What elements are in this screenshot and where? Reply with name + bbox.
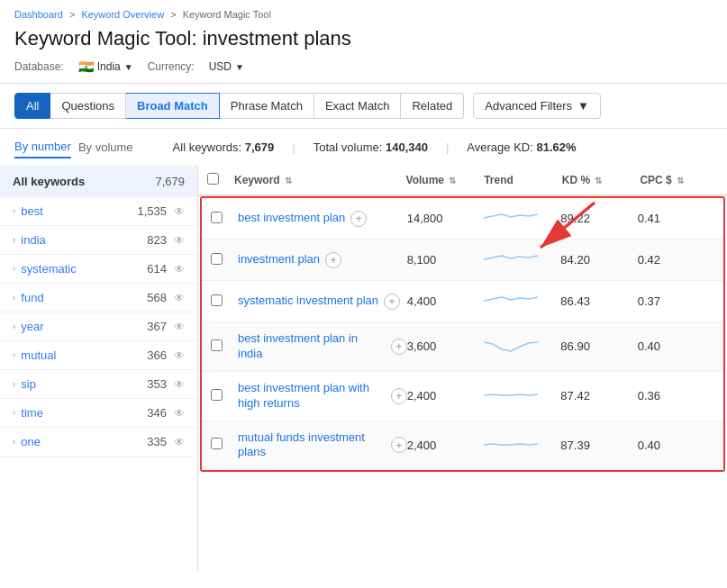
advanced-filters[interactable]: Advanced Filters ▼ — [473, 93, 601, 119]
row-volume-4: 2,400 — [407, 389, 484, 403]
stats-bar: By number By volume All keywords: 7,679 … — [0, 129, 727, 166]
keyword-link-0[interactable]: best investment plan — [238, 211, 345, 226]
add-keyword-btn-5[interactable]: + — [391, 437, 407, 453]
sidebar-item-time[interactable]: › time 346 👁 — [0, 399, 197, 428]
keyword-link-3[interactable]: best investment plan in india — [238, 331, 386, 362]
keyword-link-5[interactable]: mutual funds investment plans — [238, 430, 386, 461]
keyword-sort-icon[interactable]: ⇅ — [285, 176, 292, 185]
advanced-filters-label: Advanced Filters — [485, 99, 572, 113]
keyword-link-4[interactable]: best investment plan with high returns — [238, 381, 386, 412]
row-cpc-0: 0.41 — [638, 212, 714, 225]
filter-broad-match[interactable]: Broad Match — [126, 93, 220, 119]
breadcrumb-current: Keyword Magic Tool — [183, 9, 271, 20]
row-check-input[interactable] — [211, 438, 223, 449]
database-label: Database: — [14, 60, 64, 73]
row-checkbox-4[interactable] — [211, 389, 238, 403]
breadcrumb-keyword-overview[interactable]: Keyword Overview — [81, 9, 164, 20]
row-keyword-1: investment plan + — [238, 252, 407, 268]
sidebar-item-india[interactable]: › india 823 👁 — [0, 226, 197, 255]
sidebar-item-eye-icon[interactable]: 👁 — [174, 205, 185, 218]
filter-bar: All Questions Broad Match Phrase Match E… — [0, 84, 727, 129]
filter-exact-match[interactable]: Exact Match — [314, 93, 402, 119]
row-volume-5: 2,400 — [407, 439, 484, 452]
filter-questions[interactable]: Questions — [50, 93, 126, 119]
sidebar-item-eye-icon[interactable]: 👁 — [174, 407, 185, 420]
sidebar-item-eye-icon[interactable]: 👁 — [174, 292, 185, 304]
sidebar-item-eye-icon[interactable]: 👁 — [174, 436, 185, 448]
sidebar-item-eye-icon[interactable]: 👁 — [174, 349, 185, 362]
sidebar-item-label: systematic — [21, 262, 147, 276]
kd-sort-icon[interactable]: ⇅ — [595, 176, 602, 185]
page-title-query: investment plans — [203, 27, 351, 50]
sidebar-header: All keywords 7,679 — [0, 166, 197, 197]
row-checkbox-0[interactable] — [211, 212, 238, 226]
row-kd-0: 89.22 — [560, 212, 637, 225]
row-checkbox-5[interactable] — [211, 438, 238, 452]
sidebar-item-count: 1,535 — [137, 204, 167, 218]
page-title-static: Keyword Magic Tool: — [14, 27, 203, 50]
sidebar-item-count: 614 — [147, 262, 167, 276]
currency-select[interactable]: USD ▼ — [209, 60, 244, 73]
sidebar-item-mutual[interactable]: › mutual 366 👁 — [0, 341, 197, 370]
sidebar-item-count: 353 — [147, 377, 167, 391]
sidebar-item-eye-icon[interactable]: 👁 — [174, 378, 185, 391]
row-kd-4: 87.42 — [560, 389, 637, 403]
row-trend-2 — [484, 290, 560, 312]
sidebar-item-systematic[interactable]: › systematic 614 👁 — [0, 255, 197, 284]
row-check-input[interactable] — [211, 212, 223, 223]
sidebar-item-arrow: › — [13, 264, 15, 274]
sidebar-item-fund[interactable]: › fund 568 👁 — [0, 284, 197, 312]
row-checkbox-3[interactable] — [211, 339, 238, 354]
row-cpc-1: 0.42 — [638, 253, 714, 267]
th-check — [207, 173, 234, 187]
sidebar-item-year[interactable]: › year 367 👁 — [0, 312, 197, 341]
row-kd-3: 86.90 — [560, 339, 637, 353]
sort-by-volume[interactable]: By volume — [78, 136, 133, 158]
row-check-input[interactable] — [211, 339, 223, 351]
row-volume-1: 8,100 — [407, 253, 484, 267]
page-title: Keyword Magic Tool: investment plans — [0, 23, 727, 56]
currency-label: Currency: — [148, 60, 195, 73]
row-checkbox-1[interactable] — [211, 253, 238, 267]
select-all-checkbox[interactable] — [207, 173, 219, 185]
database-select[interactable]: 🇮🇳 India ▼ — [78, 59, 133, 74]
sort-by-number[interactable]: By number — [14, 136, 71, 158]
add-keyword-btn-4[interactable]: + — [391, 388, 407, 404]
add-keyword-btn-0[interactable]: + — [350, 211, 367, 227]
add-keyword-btn-2[interactable]: + — [384, 294, 400, 310]
sidebar-item-eye-icon[interactable]: 👁 — [174, 321, 185, 333]
sidebar-item-arrow: › — [13, 206, 15, 216]
cpc-sort-icon[interactable]: ⇅ — [677, 176, 684, 185]
row-checkbox-2[interactable] — [211, 294, 238, 309]
add-keyword-btn-1[interactable]: + — [325, 252, 341, 268]
filter-phrase-match[interactable]: Phrase Match — [220, 93, 314, 119]
sidebar-item-one[interactable]: › one 335 👁 — [0, 428, 197, 457]
total-volume-value: 140,340 — [386, 140, 428, 154]
breadcrumb-dashboard[interactable]: Dashboard — [14, 9, 63, 20]
sidebar-item-sip[interactable]: › sip 353 👁 — [0, 370, 197, 399]
filter-all[interactable]: All — [14, 93, 50, 119]
volume-sort-icon[interactable]: ⇅ — [449, 176, 456, 185]
row-volume-3: 3,600 — [407, 339, 484, 353]
row-check-input[interactable] — [211, 389, 223, 401]
breadcrumb: Dashboard > Keyword Overview > Keyword M… — [0, 0, 727, 23]
sidebar-item-eye-icon[interactable]: 👁 — [174, 234, 185, 247]
row-kd-1: 84.20 — [560, 253, 637, 267]
add-keyword-btn-3[interactable]: + — [391, 339, 407, 355]
row-check-input[interactable] — [211, 294, 223, 306]
keyword-link-2[interactable]: systematic investment plan — [238, 294, 378, 309]
row-check-input[interactable] — [211, 253, 223, 265]
avg-kd-value: 81.62% — [536, 140, 576, 154]
th-trend: Trend — [484, 174, 562, 186]
sidebar-item-label: sip — [21, 377, 147, 391]
table-header: Keyword ⇅ Volume ⇅ Trend KD % ⇅ CPC $ ⇅ — [198, 166, 727, 196]
sidebar-item-best[interactable]: › best 1,535 👁 — [0, 197, 197, 226]
breadcrumb-sep-2: > — [170, 9, 178, 20]
sidebar-item-eye-icon[interactable]: 👁 — [174, 263, 185, 276]
filter-related[interactable]: Related — [401, 93, 464, 119]
sidebar-item-label: fund — [21, 291, 147, 304]
keyword-link-1[interactable]: investment plan — [238, 252, 320, 267]
sidebar-item-count: 367 — [147, 320, 167, 333]
avg-kd-stat: Average KD: 81.62% — [467, 140, 576, 154]
sidebar-item-arrow: › — [13, 235, 15, 245]
